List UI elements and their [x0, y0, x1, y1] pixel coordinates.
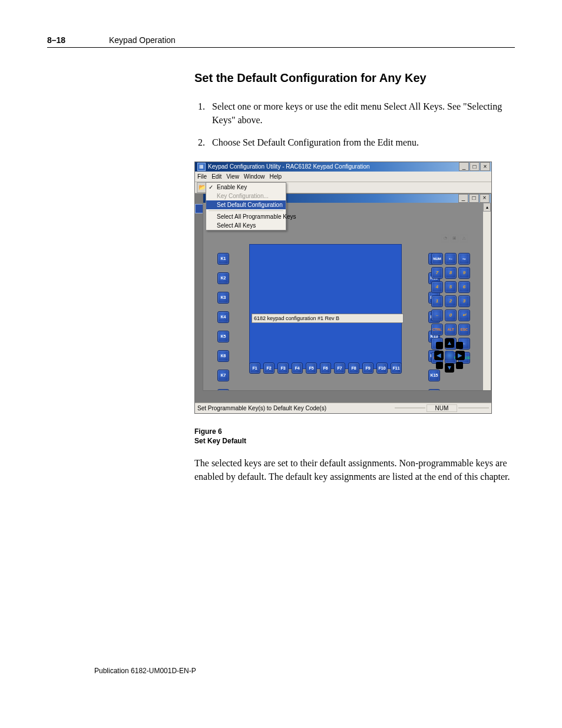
key-k7[interactable]: K7: [217, 370, 229, 381]
page-number: 8–18: [47, 35, 109, 45]
key-f2[interactable]: F2: [263, 363, 275, 374]
numpad-ctrl[interactable]: CTRL: [431, 324, 443, 335]
legend-circle-icon: ◔: [441, 235, 449, 242]
key-f3[interactable]: F3: [277, 363, 289, 374]
legend-triangle-icon: △: [460, 235, 468, 242]
scroll-up-icon[interactable]: ▴: [483, 203, 491, 212]
key-f6[interactable]: F6: [320, 363, 331, 374]
menu-help[interactable]: Help: [269, 173, 282, 180]
body-paragraph: The selected keys are set to their defau…: [194, 456, 513, 483]
dpad-se[interactable]: [456, 362, 463, 369]
numpad-5[interactable]: 5: [445, 281, 457, 293]
key-k6[interactable]: K6: [217, 350, 229, 362]
menu-window[interactable]: Window: [244, 173, 265, 180]
config-name-field[interactable]: 6182 keypad configuration #1 Rev B: [252, 314, 404, 323]
app-window: ▦ Keypad Configuration Utility - RAC6182…: [194, 162, 492, 414]
app-icon: ▦: [197, 163, 206, 171]
dpad-right[interactable]: ▶: [455, 351, 465, 360]
step-2: Choose Set Default Configuration from th…: [207, 136, 513, 149]
numpad-0[interactable]: 0: [445, 309, 457, 321]
numpad-2[interactable]: 2: [445, 295, 457, 307]
steps-list: Select one or more keys or use the edit …: [194, 100, 513, 150]
minimize-button[interactable]: _: [459, 162, 469, 171]
menu-item-select-all-keys[interactable]: Select All Keys: [206, 221, 286, 230]
key-f9[interactable]: F9: [362, 363, 373, 374]
numpad-alt[interactable]: ALT: [445, 324, 457, 335]
window-title: Keypad Configuration Utility - RAC6182 K…: [208, 163, 459, 170]
status-num-indicator: NUM: [427, 404, 457, 412]
key-k5[interactable]: K5: [217, 331, 229, 342]
dpad-sw[interactable]: [436, 362, 443, 369]
key-f4[interactable]: F4: [292, 363, 303, 374]
section-name: Keypad Operation: [109, 35, 176, 45]
numpad-bminus[interactable]: •–: [445, 253, 457, 265]
numpad-9[interactable]: 9: [458, 267, 470, 279]
numpad-minus[interactable]: –: [431, 309, 443, 321]
numpad-8[interactable]: 8: [445, 267, 457, 279]
left-toolbar: [195, 204, 203, 215]
function-key-row: F1 F2 F3 F4 F5 F6 F7 F8 F9 F10 F11: [249, 363, 402, 374]
mdi-close-button[interactable]: ×: [480, 194, 490, 203]
numpad-num[interactable]: NUM: [431, 253, 443, 265]
numpad-3[interactable]: 3: [458, 295, 470, 307]
mdi-minimize-button[interactable]: _: [458, 194, 468, 203]
mdi-body: ◔ ▣ △ 6182 keypad configuration #1 Rev B…: [203, 203, 483, 390]
key-f11[interactable]: F11: [391, 363, 402, 374]
menu-edit[interactable]: Edit: [211, 173, 222, 180]
key-f1[interactable]: F1: [249, 363, 260, 374]
key-k4[interactable]: K4: [217, 311, 229, 323]
status-empty-2: [458, 407, 489, 409]
key-k3[interactable]: K3: [217, 292, 229, 304]
key-k8[interactable]: K8: [217, 389, 229, 390]
vertical-scrollbar[interactable]: ▴: [482, 203, 491, 390]
direction-pad: ▲ ▼ ◀ ▶: [432, 338, 467, 373]
section-title: Set the Default Configuration for Any Ke…: [194, 71, 513, 85]
legend-icons: ◔ ▣ △: [441, 235, 468, 242]
menu-file[interactable]: File: [197, 173, 207, 180]
dpad-left[interactable]: ◀: [434, 351, 444, 360]
status-bar: Set Programmable Key(s) to Default Key C…: [195, 403, 491, 413]
numpad-bplus[interactable]: •+: [458, 253, 470, 265]
menu-item-key-config: Key Configuration...: [206, 192, 286, 200]
left-key-column: K1 K2 K3 K4 K5 K6 K7 K8: [217, 253, 229, 390]
dpad-nw[interactable]: [436, 342, 443, 349]
menu-view[interactable]: View: [226, 173, 239, 180]
menu-item-set-default[interactable]: Set Default Configuration: [206, 200, 286, 209]
key-f10[interactable]: F10: [376, 363, 388, 374]
figure-number: Figure 6: [194, 427, 222, 436]
status-text: Set Programmable Key(s) to Default Key C…: [197, 405, 394, 411]
menubar: File Edit View Window Help: [195, 172, 491, 182]
close-button[interactable]: ×: [480, 162, 490, 171]
numpad-esc[interactable]: ESC: [458, 324, 470, 335]
mdi-maximize-button[interactable]: □: [469, 194, 479, 203]
maximize-button[interactable]: □: [470, 162, 480, 171]
key-f7[interactable]: F7: [334, 363, 345, 374]
menu-separator: [209, 210, 283, 211]
status-empty-1: [395, 407, 425, 409]
dpad-down[interactable]: ▼: [445, 363, 454, 373]
numpad-1[interactable]: 1: [431, 295, 443, 307]
titlebar: ▦ Keypad Configuration Utility - RAC6182…: [195, 162, 491, 172]
menu-item-enable-key[interactable]: Enable Key: [206, 183, 286, 192]
key-k1[interactable]: K1: [217, 253, 229, 265]
toolbar: 📂 Enable Key Key Configuration... Set De…: [195, 182, 491, 193]
numpad-4[interactable]: 4: [431, 281, 443, 293]
display-screen: [249, 244, 402, 369]
legend-square-icon: ▣: [451, 235, 458, 242]
numpad-6[interactable]: 6: [458, 281, 470, 293]
figure-title: Set Key Default: [194, 437, 246, 445]
dpad import center[interactable]: [445, 351, 454, 360]
page-header: 8–18 Keypad Operation: [47, 35, 515, 48]
key-f5[interactable]: F5: [306, 363, 317, 374]
publication-footer: Publication 6182-UM001D-EN-P: [94, 667, 196, 675]
key-k16[interactable]: K16: [428, 389, 440, 390]
dpad-ne[interactable]: [456, 342, 463, 349]
figure-caption: Figure 6 Set Key Default: [194, 427, 513, 446]
menu-item-select-all-prog[interactable]: Select All Programmable Keys: [206, 212, 286, 221]
key-k2[interactable]: K2: [217, 272, 229, 284]
edit-dropdown: Enable Key Key Configuration... Set Defa…: [206, 182, 286, 230]
numpad-7[interactable]: 7: [431, 267, 443, 279]
dpad-up[interactable]: ▲: [445, 338, 454, 348]
numpad-enter[interactable]: ↵: [458, 309, 470, 321]
key-f8[interactable]: F8: [348, 363, 359, 374]
